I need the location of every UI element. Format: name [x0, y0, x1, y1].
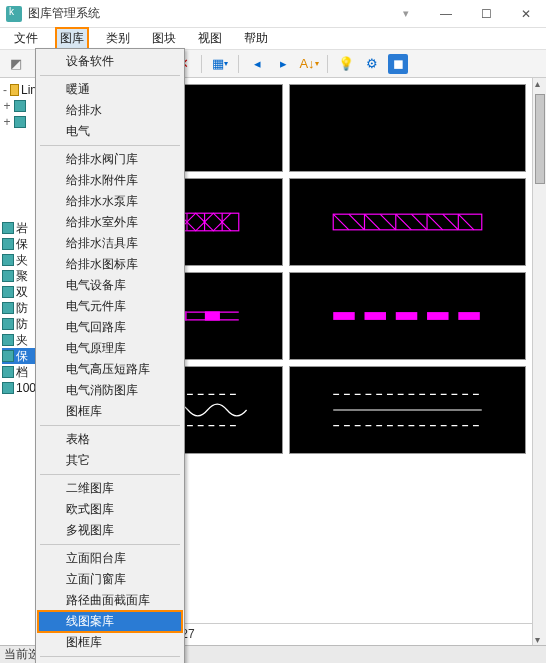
node-icon [14, 116, 26, 128]
menu-item[interactable]: 电气消防图库 [38, 380, 182, 401]
menu-view[interactable]: 视图 [194, 28, 226, 49]
menu-item[interactable]: 表格 [38, 429, 182, 450]
tree-item[interactable]: 保 [2, 236, 37, 252]
menubar: 文件 图库 类别 图块 视图 帮助 [0, 28, 546, 50]
menu-separator [40, 145, 180, 146]
pattern-thumb[interactable] [289, 84, 526, 172]
toolbar-unknown-1[interactable]: ◩ [6, 54, 26, 74]
titlebar-dropdown[interactable] [386, 0, 426, 28]
menu-item[interactable]: 电气原理库 [38, 338, 182, 359]
scroll-thumb[interactable] [535, 94, 545, 184]
folder-icon [10, 84, 19, 96]
tree-item[interactable]: 防 [2, 300, 37, 316]
tree-item[interactable]: 夹 [2, 332, 37, 348]
svg-rect-10 [396, 312, 418, 320]
tree-panel: - Lin + + 岩 保 夹 聚 双 防 防 夹 保 档 100 [0, 78, 40, 645]
close-button[interactable] [506, 0, 546, 28]
menu-separator [40, 544, 180, 545]
toolbar-back[interactable]: ◂ [247, 54, 267, 74]
menu-item[interactable]: 给排水阀门库 [38, 149, 182, 170]
menu-item[interactable]: 电气 [38, 121, 182, 142]
toolbar-bulb[interactable]: 💡 [336, 54, 356, 74]
menu-item[interactable]: 多视图库 [38, 520, 182, 541]
menu-help[interactable]: 帮助 [240, 28, 272, 49]
tree-item[interactable]: 双 [2, 284, 37, 300]
menu-item[interactable]: 图框库 [38, 401, 182, 422]
menu-item[interactable]: 给排水 [38, 100, 182, 121]
pattern-thumb[interactable] [289, 178, 526, 266]
toolbar-gear[interactable]: ⚙ [362, 54, 382, 74]
menu-item[interactable]: 路径曲面截面库 [38, 590, 182, 611]
menu-item[interactable]: 给排水附件库 [38, 170, 182, 191]
toolbar-fwd[interactable]: ▸ [273, 54, 293, 74]
menu-item[interactable]: 电气高压短路库 [38, 359, 182, 380]
tree-item[interactable]: 档 [2, 364, 37, 380]
toolbar-box[interactable]: ◼ [388, 54, 408, 74]
maximize-button[interactable] [466, 0, 506, 28]
menu-separator [40, 75, 180, 76]
toolbar-sort[interactable]: A↓▾ [299, 54, 319, 74]
tree-item[interactable]: 夹 [2, 252, 37, 268]
svg-rect-8 [333, 312, 355, 320]
titlebar: 图库管理系统 [0, 0, 546, 28]
menu-item[interactable]: 电气设备库 [38, 275, 182, 296]
svg-rect-12 [458, 312, 480, 320]
tree-item[interactable]: 100 [2, 380, 37, 396]
svg-rect-11 [427, 312, 449, 320]
menu-file[interactable]: 文件 [10, 28, 42, 49]
menu-item[interactable]: 立面门窗库 [38, 569, 182, 590]
menu-item[interactable]: 给排水图标库 [38, 254, 182, 275]
svg-rect-9 [365, 312, 387, 320]
minimize-button[interactable] [426, 0, 466, 28]
tree-root[interactable]: - Lin [2, 82, 37, 98]
tree-item[interactable]: 防 [2, 316, 37, 332]
menu-block[interactable]: 图块 [148, 28, 180, 49]
tree-item[interactable]: 聚 [2, 268, 37, 284]
tree-item[interactable]: + [2, 98, 37, 114]
menu-item[interactable]: 欧式图库 [38, 499, 182, 520]
menu-item[interactable]: 其它 [38, 450, 182, 471]
menu-library[interactable]: 图库 [56, 28, 88, 49]
pattern-thumb[interactable] [289, 366, 526, 454]
library-dropdown: 设备软件暖通给排水电气给排水阀门库给排水附件库给排水水泵库给排水室外库给排水洁具… [35, 48, 185, 663]
menu-item[interactable]: 图框库 [38, 632, 182, 653]
svg-rect-7 [206, 312, 220, 320]
menu-item[interactable]: 设备软件 [38, 51, 182, 72]
menu-item[interactable]: 线图案库 [38, 611, 182, 632]
svg-rect-1 [333, 214, 482, 230]
menu-item[interactable]: 立面阳台库 [38, 548, 182, 569]
app-icon [6, 6, 22, 22]
menu-item[interactable]: 暖通 [38, 79, 182, 100]
menu-item[interactable]: 给排水室外库 [38, 212, 182, 233]
window-title: 图库管理系统 [28, 5, 386, 22]
menu-item[interactable]: 给排水水泵库 [38, 191, 182, 212]
menu-category[interactable]: 类别 [102, 28, 134, 49]
menu-item[interactable]: 二维图库 [38, 478, 182, 499]
pattern-thumb[interactable] [289, 272, 526, 360]
tree-item[interactable]: 岩 [2, 220, 37, 236]
toolbar-grid[interactable]: ▦▾ [210, 54, 230, 74]
tree-item[interactable]: + [2, 114, 37, 130]
menu-item[interactable]: 电气回路库 [38, 317, 182, 338]
node-icon [14, 100, 26, 112]
menu-item[interactable]: 给排水洁具库 [38, 233, 182, 254]
menu-separator [40, 425, 180, 426]
vertical-scrollbar[interactable] [532, 78, 546, 645]
menu-separator [40, 656, 180, 657]
menu-separator [40, 474, 180, 475]
menu-item[interactable]: 电气元件库 [38, 296, 182, 317]
tree-item-selected[interactable]: 保 [2, 348, 37, 364]
